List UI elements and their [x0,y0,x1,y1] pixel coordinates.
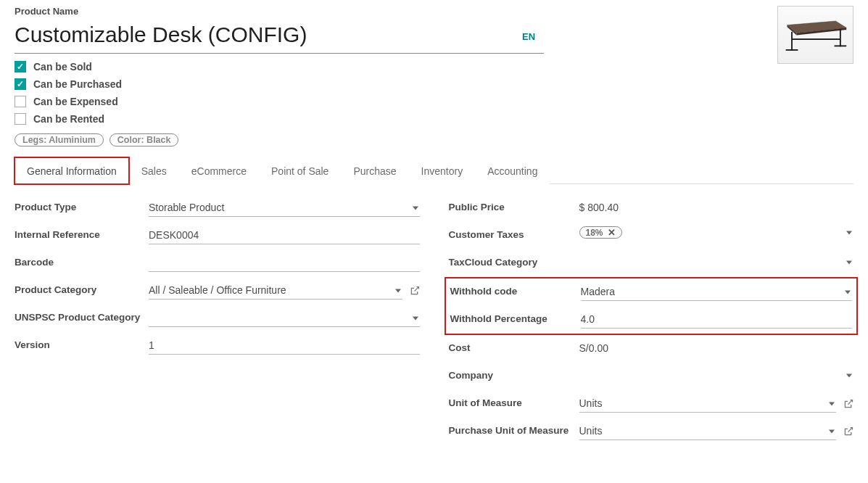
uom-label: Unit of Measure [449,395,579,408]
product-image[interactable] [777,6,853,64]
can-be-purchased-checkbox[interactable] [15,78,26,90]
can-be-purchased-label: Can be Purchased [33,78,122,90]
unspsc-select[interactable] [149,309,420,327]
taxcloud-category-label: TaxCloud Category [449,254,579,268]
svg-rect-7 [792,38,840,40]
can-be-sold-label: Can be Sold [33,61,92,73]
tab-bar: General Information Sales eCommerce Poin… [15,157,853,184]
version-label: Version [15,337,149,350]
tab-purchase[interactable]: Purchase [341,157,408,184]
withhold-percentage-input[interactable] [581,310,853,329]
cost-label: Cost [449,339,579,353]
attribute-tags: Legs: Aluminium Color: Black [15,133,763,146]
can-be-sold-checkbox[interactable] [15,61,26,73]
product-category-label: Product Category [15,281,149,295]
cost-input[interactable] [579,339,854,357]
tab-inventory[interactable]: Inventory [409,157,476,184]
company-label: Company [449,367,579,381]
product-category-select[interactable] [149,281,402,300]
tab-general-information[interactable]: General Information [15,157,129,184]
external-link-icon[interactable] [843,399,853,409]
withhold-code-label: Withhold code [450,283,581,297]
company-select[interactable] [579,367,854,384]
language-badge[interactable]: EN [522,31,535,42]
public-price-value: $ 800.40 [579,199,619,213]
product-type-select[interactable] [149,199,420,217]
tab-ecommerce[interactable]: eCommerce [179,157,259,184]
internal-reference-input[interactable] [149,226,420,244]
svg-rect-5 [840,29,841,46]
tab-accounting[interactable]: Accounting [475,157,550,184]
attr-tag-color: Color: Black [109,133,179,146]
purchase-uom-label: Purchase Unit of Measure [449,422,579,436]
customer-taxes-label: Customer Taxes [449,226,579,240]
attr-tag-legs: Legs: Aluminium [15,133,104,146]
can-be-rented-checkbox[interactable] [15,113,26,125]
svg-rect-4 [786,49,798,51]
unspsc-label: UNSPSC Product Category [15,309,149,323]
tab-point-of-sale[interactable]: Point of Sale [259,157,341,184]
uom-select[interactable] [579,395,837,413]
external-link-icon[interactable] [843,426,853,437]
internal-reference-label: Internal Reference [15,226,149,240]
purchase-uom-select[interactable] [579,422,837,440]
product-name-input[interactable] [15,20,544,54]
public-price-label: Public Price [449,199,579,212]
taxcloud-category-select[interactable] [579,254,854,271]
can-be-expensed-checkbox[interactable] [15,96,26,107]
remove-tax-icon[interactable]: ✕ [608,227,616,238]
withhold-percentage-label: Withhold Percentage [450,310,581,324]
product-type-label: Product Type [15,199,149,212]
svg-rect-3 [791,31,793,50]
external-link-icon[interactable] [410,286,420,296]
can-be-expensed-label: Can be Expensed [33,96,118,107]
version-input[interactable] [149,337,420,355]
tax-tag-text: 18% [586,228,603,238]
product-name-label: Product Name [15,6,763,17]
withhold-highlight-box: Withhold code Withhold Percentage [445,277,859,335]
barcode-label: Barcode [15,254,149,268]
barcode-input[interactable] [149,254,420,272]
tab-sales[interactable]: Sales [129,157,179,184]
svg-rect-6 [835,45,847,46]
customer-taxes-tag[interactable]: 18% ✕ [579,226,622,239]
withhold-code-select[interactable] [581,283,853,301]
caret-down-icon [846,231,852,234]
can-be-rented-label: Can be Rented [33,113,104,125]
